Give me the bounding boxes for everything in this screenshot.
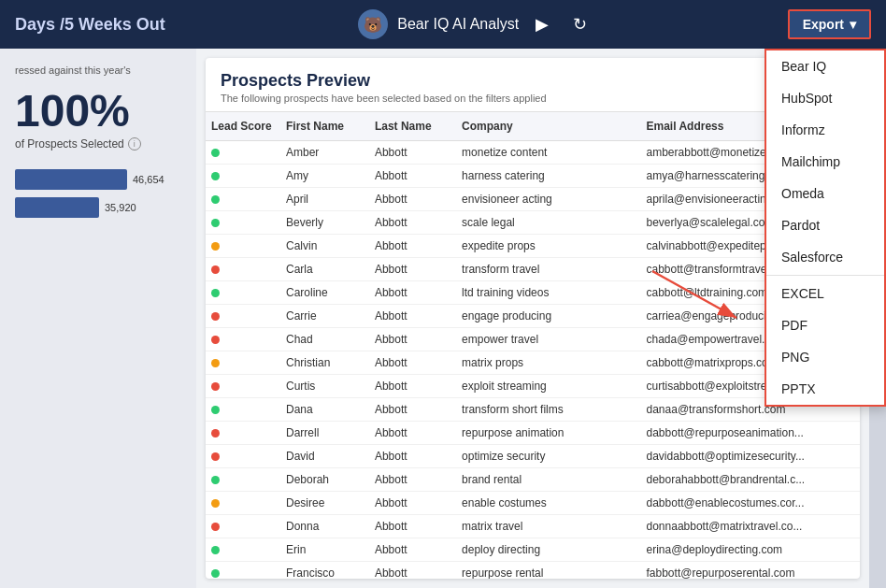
dropdown-item-mailchimp[interactable]: Mailchimp	[766, 146, 884, 178]
email-cell: fabbott@repurposerental.com	[641, 562, 860, 580]
bar-chart: 46,654 35,920	[15, 169, 181, 218]
last-name-cell: Abbott	[369, 235, 456, 258]
dropdown-item-informz[interactable]: Informz	[766, 114, 884, 146]
dropdown-item-bear-iq[interactable]: Bear IQ	[766, 50, 884, 82]
score-dot	[211, 452, 220, 461]
table-row[interactable]: Caroline Abbott ltd training videos cabb…	[206, 281, 860, 305]
table-row[interactable]: Francisco Abbott repurpose rental fabbot…	[206, 562, 860, 580]
last-name-cell: Abbott	[369, 328, 456, 351]
last-name-cell: Abbott	[369, 562, 456, 580]
last-name-cell: Abbott	[369, 351, 456, 375]
table-row[interactable]: Calvin Abbott expedite props calvinabbot…	[206, 235, 860, 258]
score-dot	[211, 149, 220, 157]
left-subtitle: ressed against this year's	[15, 64, 181, 78]
col-company: Company	[456, 112, 640, 141]
company-cell: matrix props	[456, 351, 640, 375]
lead-score-cell	[206, 562, 280, 580]
lead-score-cell	[206, 281, 280, 305]
prospects-panel: Prospects Preview The following prospect…	[206, 58, 860, 579]
table-row[interactable]: David Abbott optimize security davidabbo…	[206, 445, 860, 468]
table-row[interactable]: April Abbott envisioneer acting aprila@e…	[206, 188, 860, 211]
first-name-cell: Darrell	[280, 422, 369, 445]
last-name-cell: Abbott	[369, 398, 456, 422]
first-name-cell: Chad	[280, 328, 369, 351]
score-dot	[211, 382, 220, 391]
first-name-cell: David	[280, 445, 369, 468]
bar-item: 46,654	[15, 169, 181, 190]
lead-score-cell	[206, 375, 280, 398]
selected-label: of Prospects Selected i	[15, 137, 181, 151]
email-cell: donnaabbott@matrixtravel.co...	[641, 515, 860, 538]
last-name-cell: Abbott	[369, 468, 456, 492]
first-name-cell: Amber	[280, 141, 369, 165]
score-dot	[211, 476, 220, 484]
company-cell: harness catering	[456, 165, 640, 188]
table-row[interactable]: Donna Abbott matrix travel donnaabbott@m…	[206, 515, 860, 538]
score-dot	[211, 336, 220, 344]
last-name-cell: Abbott	[369, 188, 456, 211]
page-title: Days /5 Weeks Out	[15, 15, 165, 35]
dropdown-item-hubspot[interactable]: HubSpot	[766, 82, 884, 114]
table-row[interactable]: Carla Abbott transform travel cabbott@tr…	[206, 258, 860, 281]
company-cell: envisioneer acting	[456, 188, 640, 211]
col-last-name: Last Name	[369, 112, 456, 141]
last-name-cell: Abbott	[369, 375, 456, 398]
last-name-cell: Abbott	[369, 141, 456, 165]
table-row[interactable]: Dana Abbott transform short films danaa@…	[206, 398, 860, 422]
left-panel: ressed against this year's 100% of Prosp…	[0, 49, 196, 588]
table-row[interactable]: Curtis Abbott exploit streaming curtisab…	[206, 375, 860, 398]
bar-item-2: 35,920	[15, 197, 181, 218]
last-name-cell: Abbott	[369, 492, 456, 515]
first-name-cell: Dana	[280, 398, 369, 422]
table-row[interactable]: Amy Abbott harness catering amya@harness…	[206, 165, 860, 188]
company-cell: brand rental	[456, 468, 640, 492]
table-row[interactable]: Christian Abbott matrix props cabbott@ma…	[206, 351, 860, 375]
dropdown-item-png[interactable]: PNG	[766, 341, 884, 373]
company-cell: repurpose rental	[456, 562, 640, 580]
send-button[interactable]: ▶	[528, 10, 556, 38]
company-cell: scale legal	[456, 211, 640, 235]
table-row[interactable]: Chad Abbott empower travel chada@empower…	[206, 328, 860, 351]
dropdown-item-omeda[interactable]: Omeda	[766, 178, 884, 209]
dropdown-item-pptx[interactable]: PPTX	[766, 373, 884, 405]
table-row[interactable]: Beverly Abbott scale legal beverlyа@scal…	[206, 211, 860, 235]
email-cell: dabbott@repurposeanimation...	[641, 422, 860, 445]
company-cell: expedite props	[456, 235, 640, 258]
first-name-cell: Carrie	[280, 305, 369, 328]
email-cell: erina@deploydirecting.com	[641, 538, 860, 562]
prospects-table: Lead Score First Name Last Name Company …	[206, 112, 860, 579]
dropdown-item-salesforce[interactable]: Salesforce	[766, 241, 884, 273]
last-name-cell: Abbott	[369, 515, 456, 538]
last-name-cell: Abbott	[369, 281, 456, 305]
bar-fill-2	[15, 197, 99, 218]
first-name-cell: Curtis	[280, 375, 369, 398]
first-name-cell: Carla	[280, 258, 369, 281]
export-button[interactable]: Export ▾	[788, 9, 871, 39]
company-cell: monetize content	[456, 141, 640, 165]
table-row[interactable]: Amber Abbott monetize content amberabbot…	[206, 141, 860, 165]
bar-label-1: 46,654	[133, 174, 164, 185]
prospects-table-container[interactable]: Lead Score First Name Last Name Company …	[206, 112, 860, 579]
bear-avatar: 🐻	[358, 9, 388, 39]
lead-score-cell	[206, 468, 280, 492]
table-row[interactable]: Desiree Abbott enable costumes dabbott@e…	[206, 492, 860, 515]
table-row[interactable]: Darrell Abbott repurpose animation dabbo…	[206, 422, 860, 445]
first-name-cell: Erin	[280, 538, 369, 562]
dropdown-item-pdf[interactable]: PDF	[766, 309, 884, 341]
bear-iq-analyst-label: Bear IQ AI Analyst	[397, 16, 519, 33]
refresh-button[interactable]: ↻	[565, 10, 594, 38]
info-icon[interactable]: i	[128, 137, 141, 151]
table-row[interactable]: Erin Abbott deploy directing erina@deplo…	[206, 538, 860, 562]
header: Days /5 Weeks Out 🐻 Bear IQ AI Analyst ▶…	[0, 0, 886, 49]
dropdown-item-excel[interactable]: EXCEL	[766, 278, 884, 309]
dropdown-item-pardot[interactable]: Pardot	[766, 209, 884, 241]
lead-score-cell	[206, 398, 280, 422]
lead-score-cell	[206, 305, 280, 328]
score-dot	[211, 219, 220, 227]
company-cell: transform travel	[456, 258, 640, 281]
col-first-name: First Name	[280, 112, 369, 141]
email-cell: deborahabbott@brandrental.c...	[641, 468, 860, 492]
table-row[interactable]: Carrie Abbott engage producing carriea@e…	[206, 305, 860, 328]
table-row[interactable]: Deborah Abbott brand rental deborahabbot…	[206, 468, 860, 492]
first-name-cell: Calvin	[280, 235, 369, 258]
